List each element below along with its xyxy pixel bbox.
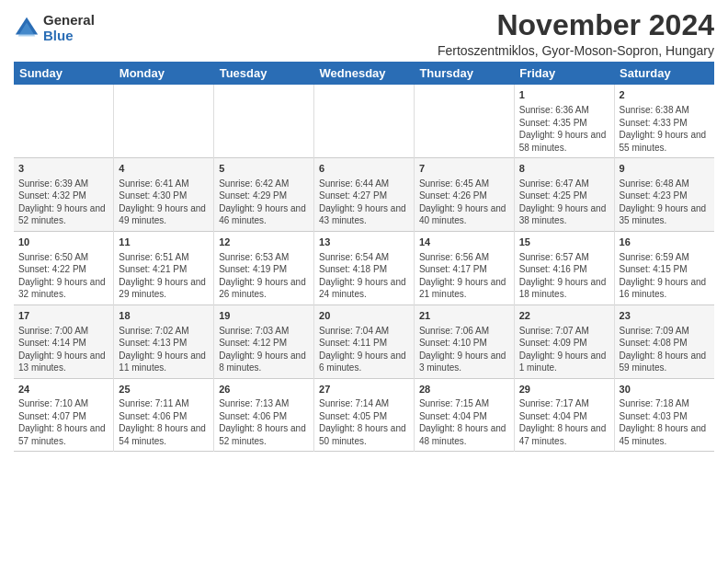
header: General Blue November 2024 Fertoszentmik… [14, 9, 714, 58]
cell-content: Sunrise: 7:18 AM Sunset: 4:03 PM Dayligh… [620, 397, 710, 447]
day-number: 16 [620, 236, 710, 249]
day-number: 3 [18, 162, 108, 176]
day-number: 7 [419, 162, 509, 176]
day-number: 27 [319, 383, 409, 396]
calendar-cell [414, 85, 514, 157]
logo-text: General Blue [43, 13, 95, 43]
cell-content: Sunrise: 6:48 AM Sunset: 4:23 PM Dayligh… [620, 178, 710, 227]
header-day-sunday: Sunday [14, 62, 114, 85]
calendar-container: General Blue November 2024 Fertoszentmik… [0, 0, 728, 461]
calendar-cell: 18Sunrise: 7:02 AM Sunset: 4:13 PM Dayli… [114, 304, 214, 378]
calendar-cell: 10Sunrise: 6:50 AM Sunset: 4:22 PM Dayli… [14, 231, 114, 304]
logo-blue-text: Blue [43, 29, 95, 44]
header-day-monday: Monday [114, 62, 214, 85]
cell-content: Sunrise: 7:11 AM Sunset: 4:06 PM Dayligh… [119, 397, 209, 447]
day-number: 12 [219, 236, 309, 249]
header-day-thursday: Thursday [414, 62, 514, 85]
cell-content: Sunrise: 6:57 AM Sunset: 4:16 PM Dayligh… [519, 251, 609, 301]
day-number: 1 [519, 88, 609, 102]
cell-content: Sunrise: 6:50 AM Sunset: 4:22 PM Dayligh… [18, 251, 108, 301]
calendar-cell: 26Sunrise: 7:13 AM Sunset: 4:06 PM Dayli… [214, 378, 314, 452]
calendar-cell: 25Sunrise: 7:11 AM Sunset: 4:06 PM Dayli… [114, 378, 214, 452]
calendar-cell: 30Sunrise: 7:18 AM Sunset: 4:03 PM Dayli… [614, 378, 714, 452]
cell-content: Sunrise: 7:17 AM Sunset: 4:04 PM Dayligh… [519, 397, 609, 447]
calendar-cell: 20Sunrise: 7:04 AM Sunset: 4:11 PM Dayli… [314, 304, 415, 378]
calendar-cell: 9Sunrise: 6:48 AM Sunset: 4:23 PM Daylig… [614, 158, 714, 232]
calendar-cell: 24Sunrise: 7:10 AM Sunset: 4:07 PM Dayli… [14, 378, 114, 452]
day-number: 2 [620, 88, 710, 102]
calendar-table: SundayMondayTuesdayWednesdayThursdayFrid… [14, 62, 714, 452]
cell-content: Sunrise: 7:02 AM Sunset: 4:13 PM Dayligh… [119, 325, 209, 374]
cell-content: Sunrise: 6:56 AM Sunset: 4:17 PM Dayligh… [419, 251, 509, 301]
cell-content: Sunrise: 7:13 AM Sunset: 4:06 PM Dayligh… [219, 397, 309, 447]
day-number: 28 [419, 383, 509, 396]
day-number: 9 [620, 162, 710, 176]
day-number: 15 [519, 236, 609, 249]
calendar-cell: 2Sunrise: 6:38 AM Sunset: 4:33 PM Daylig… [614, 85, 714, 157]
cell-content: Sunrise: 7:03 AM Sunset: 4:12 PM Dayligh… [219, 325, 309, 374]
calendar-cell: 27Sunrise: 7:14 AM Sunset: 4:05 PM Dayli… [314, 378, 415, 452]
cell-content: Sunrise: 6:47 AM Sunset: 4:25 PM Dayligh… [519, 178, 609, 227]
calendar-cell: 8Sunrise: 6:47 AM Sunset: 4:25 PM Daylig… [514, 158, 614, 232]
cell-content: Sunrise: 6:44 AM Sunset: 4:27 PM Dayligh… [319, 178, 409, 227]
calendar-header: SundayMondayTuesdayWednesdayThursdayFrid… [14, 62, 714, 85]
day-number: 8 [519, 162, 609, 176]
header-day-tuesday: Tuesday [214, 62, 314, 85]
day-number: 18 [119, 309, 209, 323]
calendar-week-5: 24Sunrise: 7:10 AM Sunset: 4:07 PM Dayli… [14, 378, 714, 452]
cell-content: Sunrise: 7:10 AM Sunset: 4:07 PM Dayligh… [18, 397, 108, 447]
day-number: 11 [119, 236, 209, 249]
calendar-cell: 28Sunrise: 7:15 AM Sunset: 4:04 PM Dayli… [414, 378, 514, 452]
day-number: 17 [18, 309, 108, 323]
calendar-cell: 15Sunrise: 6:57 AM Sunset: 4:16 PM Dayli… [514, 231, 614, 304]
day-number: 5 [219, 162, 309, 176]
calendar-cell [314, 85, 415, 157]
day-number: 10 [18, 236, 108, 249]
calendar-cell: 19Sunrise: 7:03 AM Sunset: 4:12 PM Dayli… [214, 304, 314, 378]
calendar-cell: 13Sunrise: 6:54 AM Sunset: 4:18 PM Dayli… [314, 231, 415, 304]
day-number: 14 [419, 236, 509, 249]
month-title: November 2024 [438, 9, 714, 41]
calendar-cell: 4Sunrise: 6:41 AM Sunset: 4:30 PM Daylig… [114, 158, 214, 232]
calendar-cell: 29Sunrise: 7:17 AM Sunset: 4:04 PM Dayli… [514, 378, 614, 452]
title-block: November 2024 Fertoszentmiklos, Gyor-Mos… [438, 9, 714, 58]
day-number: 20 [319, 309, 409, 323]
calendar-week-3: 10Sunrise: 6:50 AM Sunset: 4:22 PM Dayli… [14, 231, 714, 304]
logo: General Blue [14, 13, 95, 43]
cell-content: Sunrise: 7:15 AM Sunset: 4:04 PM Dayligh… [419, 397, 509, 447]
calendar-cell [14, 85, 114, 157]
cell-content: Sunrise: 6:38 AM Sunset: 4:33 PM Dayligh… [620, 104, 710, 154]
calendar-cell: 14Sunrise: 6:56 AM Sunset: 4:17 PM Dayli… [414, 231, 514, 304]
cell-content: Sunrise: 6:53 AM Sunset: 4:19 PM Dayligh… [219, 251, 309, 301]
calendar-cell: 16Sunrise: 6:59 AM Sunset: 4:15 PM Dayli… [614, 231, 714, 304]
calendar-cell: 5Sunrise: 6:42 AM Sunset: 4:29 PM Daylig… [214, 158, 314, 232]
cell-content: Sunrise: 7:14 AM Sunset: 4:05 PM Dayligh… [319, 397, 409, 447]
calendar-cell: 23Sunrise: 7:09 AM Sunset: 4:08 PM Dayli… [614, 304, 714, 378]
cell-content: Sunrise: 7:04 AM Sunset: 4:11 PM Dayligh… [319, 325, 409, 374]
cell-content: Sunrise: 6:51 AM Sunset: 4:21 PM Dayligh… [119, 251, 209, 301]
day-number: 26 [219, 383, 309, 396]
location-subtitle: Fertoszentmiklos, Gyor-Moson-Sopron, Hun… [438, 43, 714, 58]
day-number: 22 [519, 309, 609, 323]
day-number: 29 [519, 383, 609, 396]
calendar-cell: 21Sunrise: 7:06 AM Sunset: 4:10 PM Dayli… [414, 304, 514, 378]
header-day-saturday: Saturday [614, 62, 714, 85]
day-number: 30 [620, 383, 710, 396]
calendar-week-1: 1Sunrise: 6:36 AM Sunset: 4:35 PM Daylig… [14, 85, 714, 157]
day-number: 24 [18, 383, 108, 396]
day-number: 4 [119, 162, 209, 176]
day-number: 23 [620, 309, 710, 323]
calendar-week-4: 17Sunrise: 7:00 AM Sunset: 4:14 PM Dayli… [14, 304, 714, 378]
calendar-cell: 1Sunrise: 6:36 AM Sunset: 4:35 PM Daylig… [514, 85, 614, 157]
calendar-cell: 7Sunrise: 6:45 AM Sunset: 4:26 PM Daylig… [414, 158, 514, 232]
cell-content: Sunrise: 6:39 AM Sunset: 4:32 PM Dayligh… [18, 178, 108, 227]
calendar-cell [114, 85, 214, 157]
calendar-cell [214, 85, 314, 157]
day-number: 13 [319, 236, 409, 249]
day-number: 6 [319, 162, 409, 176]
cell-content: Sunrise: 6:41 AM Sunset: 4:30 PM Dayligh… [119, 178, 209, 227]
cell-content: Sunrise: 6:45 AM Sunset: 4:26 PM Dayligh… [419, 178, 509, 227]
calendar-cell: 12Sunrise: 6:53 AM Sunset: 4:19 PM Dayli… [214, 231, 314, 304]
cell-content: Sunrise: 6:54 AM Sunset: 4:18 PM Dayligh… [319, 251, 409, 301]
calendar-body: 1Sunrise: 6:36 AM Sunset: 4:35 PM Daylig… [14, 85, 714, 452]
